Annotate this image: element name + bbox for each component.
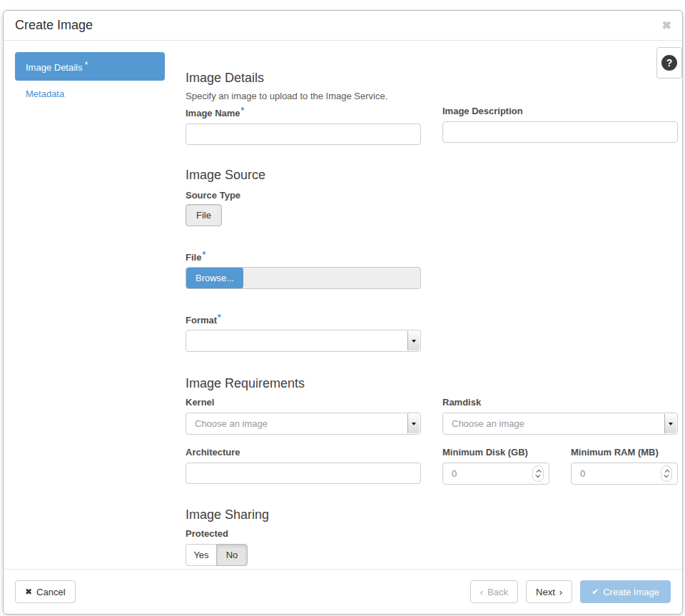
architecture-label: Architecture: [186, 448, 421, 457]
help-button[interactable]: ?: [656, 47, 682, 79]
section-heading-image-source: Image Source: [186, 168, 678, 182]
minimum-disk-label: Minimum Disk (GB): [442, 448, 549, 457]
image-description-label: Image Description: [442, 106, 678, 116]
required-asterisk: *: [84, 60, 88, 70]
protected-no-button[interactable]: No: [216, 544, 248, 566]
chevron-down-icon: [407, 414, 420, 433]
wizard-sidebar: Image Details* Metadata: [15, 52, 165, 569]
source-type-file-button[interactable]: File: [186, 204, 222, 226]
modal-title: Create Image: [15, 18, 93, 33]
protected-label: Protected: [186, 529, 678, 538]
minimum-disk-input[interactable]: 0: [442, 463, 549, 485]
browse-button[interactable]: Browse...: [186, 268, 243, 288]
kernel-label: Kernel: [186, 398, 421, 407]
architecture-input[interactable]: [186, 463, 421, 484]
number-stepper[interactable]: [661, 465, 672, 482]
create-image-button[interactable]: ✔ Create Image: [580, 580, 671, 603]
protected-toggle: Yes No: [186, 544, 678, 566]
next-button[interactable]: Next ›: [526, 580, 572, 603]
number-stepper[interactable]: [532, 465, 544, 482]
check-icon: ✔: [592, 587, 599, 596]
modal-header: Create Image ✖: [4, 11, 682, 41]
format-label: Format*: [186, 313, 678, 325]
chevron-down-icon: [407, 331, 420, 350]
ramdisk-select[interactable]: Choose an image: [442, 413, 678, 435]
minimum-ram-label: Minimum RAM (MB): [571, 448, 678, 457]
source-type-label: Source Type: [186, 191, 678, 200]
chevron-left-icon: ‹: [480, 587, 483, 597]
required-asterisk: *: [202, 250, 206, 260]
chevron-right-icon: ›: [559, 587, 562, 597]
kernel-select[interactable]: Choose an image: [186, 413, 421, 435]
spinner-down-icon: [664, 473, 669, 478]
section-heading-image-details: Image Details: [186, 71, 678, 85]
wizard-content: Image Details Specify an image to upload…: [186, 52, 678, 569]
ramdisk-label: Ramdisk: [442, 398, 678, 407]
chevron-down-icon: [664, 414, 676, 433]
minimum-disk-value: 0: [452, 468, 457, 479]
image-description-input[interactable]: [442, 121, 678, 143]
section-heading-image-sharing: Image Sharing: [186, 508, 678, 522]
section-description: Specify an image to upload to the Image …: [186, 91, 678, 101]
spinner-down-icon: [535, 473, 540, 478]
required-asterisk: *: [241, 106, 245, 116]
modal-footer: ✖ Cancel ‹ Back Next › ✔ Create Image: [4, 569, 682, 614]
sidebar-item-label: Metadata: [26, 89, 64, 99]
protected-yes-button[interactable]: Yes: [186, 544, 217, 566]
minimum-ram-input[interactable]: 0: [571, 463, 678, 485]
sidebar-item-label: Image Details: [26, 62, 82, 73]
image-name-input[interactable]: [186, 123, 421, 145]
question-circle-icon: ?: [661, 55, 677, 71]
kernel-select-value: Choose an image: [195, 418, 268, 429]
ramdisk-select-value: Choose an image: [452, 418, 524, 429]
format-select[interactable]: [186, 330, 421, 352]
x-icon: ✖: [25, 587, 32, 596]
section-heading-image-requirements: Image Requirements: [186, 376, 678, 390]
modal-body: Image Details* Metadata ? Image Details …: [4, 41, 682, 569]
image-name-label: Image Name*: [186, 106, 421, 118]
back-button[interactable]: ‹ Back: [470, 580, 518, 603]
minimum-ram-value: 0: [580, 468, 585, 479]
close-icon[interactable]: ✖: [662, 20, 671, 31]
create-image-modal: Create Image ✖ Image Details* Metadata ?…: [3, 10, 683, 615]
file-label: File*: [186, 251, 678, 262]
cancel-button[interactable]: ✖ Cancel: [15, 580, 76, 603]
required-asterisk: *: [218, 313, 221, 323]
sidebar-item-metadata[interactable]: Metadata: [15, 81, 165, 107]
sidebar-item-image-details[interactable]: Image Details*: [15, 52, 165, 81]
file-upload-input[interactable]: Browse...: [186, 267, 421, 289]
